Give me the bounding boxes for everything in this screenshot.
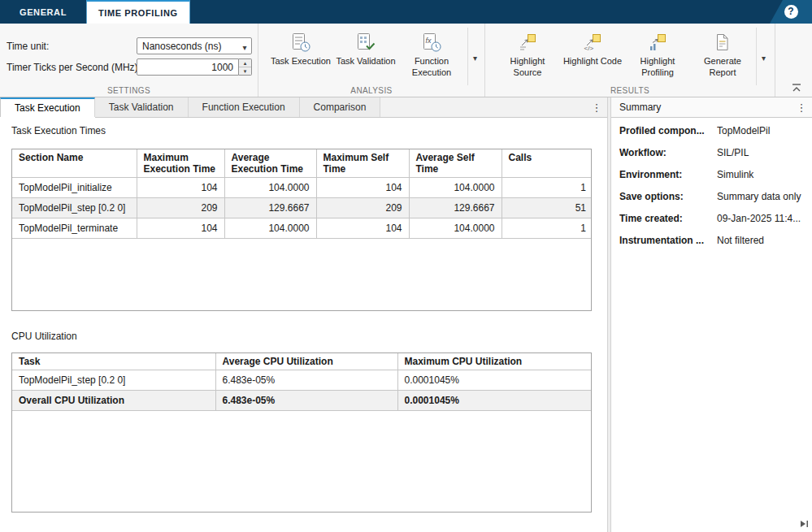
panel-options-button[interactable]	[586, 97, 607, 117]
toolstrip-tab-bar: GENERAL TIME PROFILING ?	[0, 0, 812, 24]
column-header-avg-cpu[interactable]: Average CPU Utilization	[215, 353, 397, 370]
highlight-profiling-icon	[647, 32, 668, 54]
collapse-toolstrip-button[interactable]	[791, 82, 804, 93]
summary-options-button[interactable]	[791, 102, 812, 114]
svg-text:</>: </>	[584, 45, 594, 52]
spinner-up-button[interactable]	[239, 59, 251, 67]
topbar-right-wedge: ?	[770, 0, 812, 24]
cell: TopModelPil_step [0.2 0]	[12, 198, 137, 218]
cell: 104.0000	[409, 218, 502, 239]
table-row-overall[interactable]: Overall CPU Utilization 6.483e-05% 0.000…	[12, 391, 592, 411]
tab-task-validation-panel[interactable]: Task Validation	[95, 97, 189, 117]
highlight-profiling-button-label: Highlight Profiling	[627, 55, 688, 78]
results-section: Highlight Source </> Highlight Code High…	[485, 24, 775, 97]
tab-function-execution-panel[interactable]: Function Execution	[189, 97, 300, 117]
cell: 1	[502, 178, 592, 198]
summary-item-label: Instrumentation ...	[619, 235, 717, 246]
summary-item-value: SIL/PIL	[717, 147, 812, 158]
highlight-code-button[interactable]: </> Highlight Code	[562, 28, 623, 85]
svg-text:fx: fx	[426, 37, 432, 45]
task-execution-button[interactable]: Task Execution	[270, 28, 332, 85]
highlight-code-button-label: Highlight Code	[563, 55, 622, 67]
summary-item-label: Profiled compon...	[619, 125, 717, 136]
generate-report-button[interactable]: Generate Report	[692, 28, 753, 85]
cell: 104	[316, 218, 409, 239]
task-validation-button[interactable]: Task Validation	[335, 28, 397, 85]
column-header-max-exec-time[interactable]: Maximum Execution Time	[137, 149, 224, 178]
tab-general[interactable]: GENERAL	[0, 0, 86, 24]
cpu-utilization-table-container: Task Average CPU Utilization Maximum CPU…	[11, 353, 592, 513]
summary-item-label: Workflow:	[619, 147, 717, 158]
cell: 129.6667	[409, 198, 502, 218]
function-execution-button[interactable]: fx Function Execution	[401, 28, 462, 85]
summary-item: Instrumentation ... Not filtered	[611, 235, 812, 246]
cell: 104.0000	[224, 178, 316, 198]
column-header-max-cpu[interactable]: Maximum CPU Utilization	[397, 353, 592, 370]
settings-section: Time unit: Nanoseconds (ns) Timer Ticks …	[0, 24, 258, 97]
time-unit-value: Nanoseconds (ns)	[137, 41, 238, 52]
column-header-avg-exec-time[interactable]: Average Execution Time	[224, 149, 316, 178]
summary-header: Summary	[611, 97, 812, 118]
results-section-title: RESULTS	[485, 86, 775, 95]
settings-section-title: SETTINGS	[0, 86, 258, 95]
cell: 1	[502, 218, 592, 239]
cell: 6.483e-05%	[215, 391, 397, 411]
analysis-section: Task Execution Task Validation fx Functi…	[258, 24, 485, 97]
spinner-down-button[interactable]	[239, 67, 251, 75]
summary-title: Summary	[611, 102, 791, 113]
tab-comparison-panel[interactable]: Comparison	[300, 97, 381, 117]
summary-item-label: Time created:	[619, 213, 717, 224]
table-row[interactable]: TopModelPil_terminate 104 104.0000 104 1…	[12, 218, 592, 239]
table-row[interactable]: TopModelPil_initialize 104 104.0000 104 …	[12, 178, 592, 198]
spinner-buttons	[239, 58, 252, 76]
analysis-gallery-button[interactable]	[467, 28, 482, 85]
tab-task-execution-panel[interactable]: Task Execution	[0, 97, 95, 117]
toolstrip-ribbon: Time unit: Nanoseconds (ns) Timer Ticks …	[0, 24, 812, 97]
help-button[interactable]: ?	[784, 5, 798, 19]
highlight-profiling-button[interactable]: Highlight Profiling	[627, 28, 688, 85]
summary-item-value: 09-Jan-2025 11:4...	[717, 213, 812, 224]
cell: 104	[137, 218, 224, 239]
ribbon-right-area	[775, 24, 812, 97]
chevron-down-icon	[238, 39, 251, 54]
timer-ticks-label: Timer Ticks per Second (MHz):	[7, 62, 141, 73]
cell: 104	[137, 178, 224, 198]
summary-item-value: Summary data only	[717, 191, 812, 202]
dock-arrow-icon	[798, 518, 810, 532]
table-header-row: Section Name Maximum Execution Time Aver…	[12, 149, 592, 178]
summary-item-value: TopModelPil	[717, 125, 812, 136]
cpu-utilization-table: Task Average CPU Utilization Maximum CPU…	[12, 353, 592, 411]
tab-time-profiling[interactable]: TIME PROFILING	[86, 0, 190, 24]
summary-item-value: Not filtered	[717, 235, 812, 246]
timer-ticks-input[interactable]	[137, 58, 239, 76]
column-header-calls[interactable]: Calls	[502, 149, 592, 178]
cell: 0.0001045%	[397, 370, 592, 391]
panel-splitter[interactable]	[607, 97, 611, 532]
time-unit-dropdown[interactable]: Nanoseconds (ns)	[137, 37, 252, 54]
cell: 209	[316, 198, 409, 218]
cell: TopModelPil_terminate	[12, 218, 137, 239]
task-execution-table: Section Name Maximum Execution Time Aver…	[12, 149, 592, 239]
cell: 6.483e-05%	[215, 370, 397, 391]
cell: 209	[137, 198, 224, 218]
cell: 104.0000	[409, 178, 502, 198]
collapse-toolstrip-icon	[791, 82, 802, 96]
cell: 0.0001045%	[397, 391, 592, 411]
column-header-avg-self-time[interactable]: Average Self Time	[409, 149, 502, 178]
task-execution-times-heading: Task Execution Times	[11, 125, 106, 136]
column-header-task[interactable]: Task	[12, 353, 215, 370]
table-row[interactable]: TopModelPil_step [0.2 0] 209 129.6667 20…	[12, 198, 592, 218]
highlight-source-icon	[517, 32, 538, 54]
summary-item: Save options: Summary data only	[611, 191, 812, 202]
summary-item-label: Environment:	[619, 169, 717, 180]
column-header-section-name[interactable]: Section Name	[12, 149, 137, 178]
function-execution-icon: fx	[421, 32, 442, 54]
table-row[interactable]: TopModelPil_step [0.2 0] 6.483e-05% 0.00…	[12, 370, 592, 391]
column-header-max-self-time[interactable]: Maximum Self Time	[316, 149, 409, 178]
summary-item: Time created: 09-Jan-2025 11:4...	[611, 213, 812, 224]
cell: Overall CPU Utilization	[12, 391, 215, 411]
highlight-source-button[interactable]: Highlight Source	[497, 28, 558, 85]
task-execution-button-label: Task Execution	[271, 55, 331, 67]
results-gallery-button[interactable]	[756, 28, 771, 85]
expand-panel-button[interactable]	[798, 518, 810, 530]
